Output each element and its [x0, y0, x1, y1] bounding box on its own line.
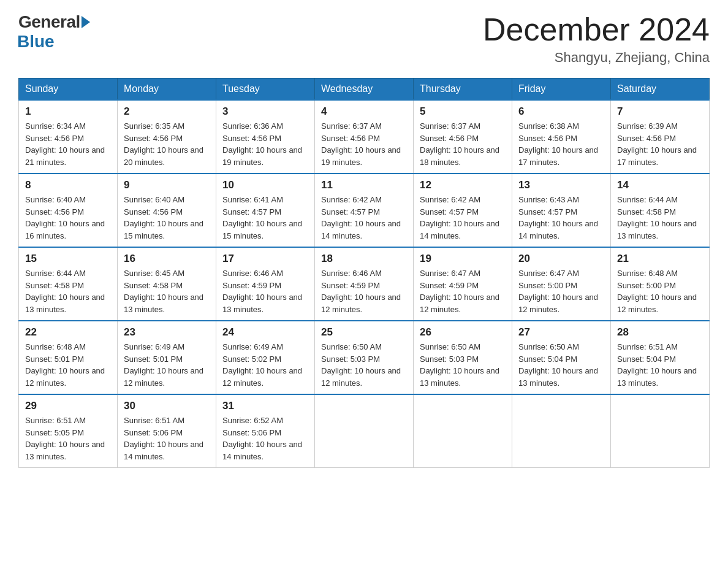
day-info: Sunrise: 6:47 AMSunset: 4:59 PMDaylight:…	[420, 267, 506, 315]
day-number: 18	[321, 253, 407, 265]
day-number: 31	[222, 400, 308, 412]
calendar-cell: 29Sunrise: 6:51 AMSunset: 5:05 PMDayligh…	[19, 394, 118, 468]
calendar-cell: 10Sunrise: 6:41 AMSunset: 4:57 PMDayligh…	[216, 174, 315, 247]
day-info: Sunrise: 6:40 AMSunset: 4:56 PMDaylight:…	[124, 194, 210, 242]
col-header-thursday: Thursday	[414, 79, 512, 101]
day-info: Sunrise: 6:49 AMSunset: 5:01 PMDaylight:…	[124, 341, 210, 389]
day-info: Sunrise: 6:47 AMSunset: 5:00 PMDaylight:…	[518, 267, 604, 315]
calendar-cell	[414, 394, 512, 468]
calendar-cell	[315, 394, 414, 468]
day-info: Sunrise: 6:38 AMSunset: 4:56 PMDaylight:…	[518, 120, 604, 168]
day-info: Sunrise: 6:49 AMSunset: 5:02 PMDaylight:…	[222, 341, 308, 389]
day-number: 9	[124, 179, 210, 191]
calendar-cell	[611, 394, 710, 468]
calendar-cell: 18Sunrise: 6:46 AMSunset: 4:59 PMDayligh…	[315, 247, 414, 321]
day-number: 13	[518, 179, 604, 191]
day-info: Sunrise: 6:44 AMSunset: 4:58 PMDaylight:…	[25, 267, 111, 315]
day-info: Sunrise: 6:35 AMSunset: 4:56 PMDaylight:…	[124, 120, 210, 168]
calendar-cell: 12Sunrise: 6:42 AMSunset: 4:57 PMDayligh…	[414, 174, 512, 247]
calendar-cell: 11Sunrise: 6:42 AMSunset: 4:57 PMDayligh…	[315, 174, 414, 247]
col-header-tuesday: Tuesday	[216, 79, 315, 101]
day-info: Sunrise: 6:42 AMSunset: 4:57 PMDaylight:…	[420, 194, 506, 242]
calendar-cell: 28Sunrise: 6:51 AMSunset: 5:04 PMDayligh…	[611, 321, 710, 394]
day-number: 10	[222, 179, 308, 191]
calendar-cell: 31Sunrise: 6:52 AMSunset: 5:06 PMDayligh…	[216, 394, 315, 468]
calendar-cell: 4Sunrise: 6:37 AMSunset: 4:56 PMDaylight…	[315, 100, 414, 174]
logo: General Blue	[18, 12, 90, 52]
day-info: Sunrise: 6:37 AMSunset: 4:56 PMDaylight:…	[321, 120, 407, 168]
col-header-sunday: Sunday	[19, 79, 118, 101]
day-number: 17	[222, 253, 308, 265]
day-number: 16	[124, 253, 210, 265]
day-number: 26	[420, 326, 506, 339]
day-number: 12	[420, 179, 506, 191]
col-header-saturday: Saturday	[611, 79, 710, 101]
calendar-subtitle: Shangyu, Zhejiang, China	[483, 50, 710, 66]
day-info: Sunrise: 6:36 AMSunset: 4:56 PMDaylight:…	[222, 120, 308, 168]
week-row-2: 8Sunrise: 6:40 AMSunset: 4:56 PMDaylight…	[19, 174, 710, 247]
calendar-cell: 30Sunrise: 6:51 AMSunset: 5:06 PMDayligh…	[118, 394, 216, 468]
day-number: 23	[124, 326, 210, 339]
calendar-cell: 17Sunrise: 6:46 AMSunset: 4:59 PMDayligh…	[216, 247, 315, 321]
calendar-cell: 6Sunrise: 6:38 AMSunset: 4:56 PMDaylight…	[512, 100, 611, 174]
calendar-cell: 24Sunrise: 6:49 AMSunset: 5:02 PMDayligh…	[216, 321, 315, 394]
calendar-cell: 14Sunrise: 6:44 AMSunset: 4:58 PMDayligh…	[611, 174, 710, 247]
day-number: 30	[124, 400, 210, 412]
day-info: Sunrise: 6:34 AMSunset: 4:56 PMDaylight:…	[25, 120, 111, 168]
calendar-title: December 2024	[483, 12, 710, 47]
day-number: 1	[25, 105, 111, 118]
day-info: Sunrise: 6:43 AMSunset: 4:57 PMDaylight:…	[518, 194, 604, 242]
page-header: General Blue December 2024 Shangyu, Zhej…	[18, 12, 710, 66]
day-info: Sunrise: 6:39 AMSunset: 4:56 PMDaylight:…	[617, 120, 703, 168]
day-number: 4	[321, 105, 407, 118]
day-info: Sunrise: 6:51 AMSunset: 5:06 PMDaylight:…	[124, 415, 210, 462]
day-number: 3	[222, 105, 308, 118]
day-number: 15	[25, 253, 111, 265]
day-number: 6	[518, 105, 604, 118]
calendar-cell: 9Sunrise: 6:40 AMSunset: 4:56 PMDaylight…	[118, 174, 216, 247]
calendar-cell: 23Sunrise: 6:49 AMSunset: 5:01 PMDayligh…	[118, 321, 216, 394]
logo-general-text: General	[18, 12, 80, 32]
day-info: Sunrise: 6:51 AMSunset: 5:04 PMDaylight:…	[617, 341, 703, 389]
col-header-monday: Monday	[118, 79, 216, 101]
week-row-4: 22Sunrise: 6:48 AMSunset: 5:01 PMDayligh…	[19, 321, 710, 394]
day-info: Sunrise: 6:44 AMSunset: 4:58 PMDaylight:…	[617, 194, 703, 242]
day-number: 11	[321, 179, 407, 191]
day-info: Sunrise: 6:41 AMSunset: 4:57 PMDaylight:…	[222, 194, 308, 242]
calendar-cell: 26Sunrise: 6:50 AMSunset: 5:03 PMDayligh…	[414, 321, 512, 394]
calendar-cell: 25Sunrise: 6:50 AMSunset: 5:03 PMDayligh…	[315, 321, 414, 394]
calendar-cell: 16Sunrise: 6:45 AMSunset: 4:58 PMDayligh…	[118, 247, 216, 321]
title-section: December 2024 Shangyu, Zhejiang, China	[483, 12, 710, 66]
day-number: 5	[420, 105, 506, 118]
calendar-cell: 19Sunrise: 6:47 AMSunset: 4:59 PMDayligh…	[414, 247, 512, 321]
calendar-cell: 21Sunrise: 6:48 AMSunset: 5:00 PMDayligh…	[611, 247, 710, 321]
day-info: Sunrise: 6:48 AMSunset: 5:01 PMDaylight:…	[25, 341, 111, 389]
col-header-friday: Friday	[512, 79, 611, 101]
day-number: 2	[124, 105, 210, 118]
day-number: 25	[321, 326, 407, 339]
calendar-cell: 7Sunrise: 6:39 AMSunset: 4:56 PMDaylight…	[611, 100, 710, 174]
calendar-cell: 3Sunrise: 6:36 AMSunset: 4:56 PMDaylight…	[216, 100, 315, 174]
day-number: 8	[25, 179, 111, 191]
week-row-5: 29Sunrise: 6:51 AMSunset: 5:05 PMDayligh…	[19, 394, 710, 468]
day-info: Sunrise: 6:42 AMSunset: 4:57 PMDaylight:…	[321, 194, 407, 242]
day-info: Sunrise: 6:40 AMSunset: 4:56 PMDaylight:…	[25, 194, 111, 242]
day-number: 28	[617, 326, 703, 339]
calendar-table: SundayMondayTuesdayWednesdayThursdayFrid…	[18, 78, 710, 468]
day-info: Sunrise: 6:52 AMSunset: 5:06 PMDaylight:…	[222, 415, 308, 462]
day-info: Sunrise: 6:46 AMSunset: 4:59 PMDaylight:…	[222, 267, 308, 315]
col-header-wednesday: Wednesday	[315, 79, 414, 101]
day-info: Sunrise: 6:45 AMSunset: 4:58 PMDaylight:…	[124, 267, 210, 315]
calendar-cell: 8Sunrise: 6:40 AMSunset: 4:56 PMDaylight…	[19, 174, 118, 247]
day-number: 24	[222, 326, 308, 339]
day-info: Sunrise: 6:48 AMSunset: 5:00 PMDaylight:…	[617, 267, 703, 315]
calendar-cell: 27Sunrise: 6:50 AMSunset: 5:04 PMDayligh…	[512, 321, 611, 394]
week-row-3: 15Sunrise: 6:44 AMSunset: 4:58 PMDayligh…	[19, 247, 710, 321]
logo-blue-text: Blue	[17, 32, 55, 52]
week-row-1: 1Sunrise: 6:34 AMSunset: 4:56 PMDaylight…	[19, 100, 710, 174]
calendar-cell: 13Sunrise: 6:43 AMSunset: 4:57 PMDayligh…	[512, 174, 611, 247]
calendar-cell: 20Sunrise: 6:47 AMSunset: 5:00 PMDayligh…	[512, 247, 611, 321]
day-info: Sunrise: 6:50 AMSunset: 5:03 PMDaylight:…	[420, 341, 506, 389]
day-number: 14	[617, 179, 703, 191]
day-info: Sunrise: 6:50 AMSunset: 5:04 PMDaylight:…	[518, 341, 604, 389]
